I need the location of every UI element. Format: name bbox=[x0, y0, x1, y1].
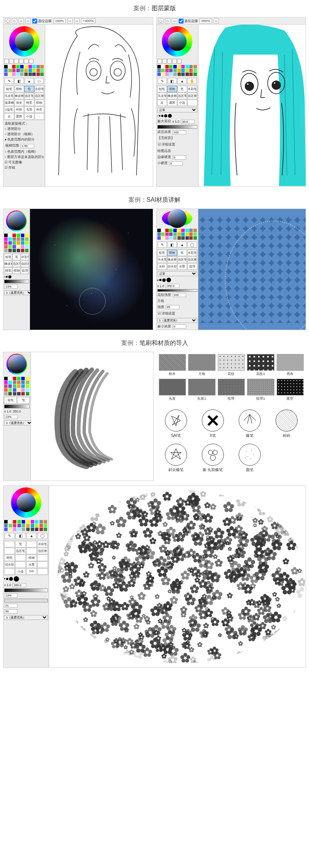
tool-icons[interactable]: ✎◧▲✋ bbox=[157, 77, 198, 85]
brush-grid[interactable]: 铅笔喷枪笔水彩笔 马克笔橡皮擦选区笔选区擦 水粉旧水彩水墨纹理 bbox=[157, 249, 198, 270]
mask-opt[interactable]: ○ 色差范围内（模糊） bbox=[5, 150, 44, 154]
texture-item[interactable]: 花纹 bbox=[218, 354, 245, 376]
hardness-input[interactable] bbox=[173, 155, 186, 160]
brush-grid[interactable]: 铅笔笔 bbox=[3, 396, 30, 404]
mask-opt[interactable]: ○ 透明部分（模糊） bbox=[5, 132, 44, 137]
texture-item[interactable]: 花纹1 bbox=[247, 354, 274, 376]
size-preview[interactable] bbox=[3, 275, 30, 279]
brush-tip[interactable]: 蝶笔 bbox=[234, 409, 265, 438]
color-wheel[interactable] bbox=[11, 487, 41, 518]
brush-tip[interactable]: 栗·丸双蝶笔 bbox=[197, 444, 228, 473]
quality-select[interactable]: 1（速度优先） bbox=[157, 318, 197, 323]
eraser-icon[interactable]: ◧ bbox=[14, 78, 24, 84]
mask-opt[interactable]: ○ 图层方谁是未选取的区域 bbox=[5, 155, 44, 160]
size-preview[interactable] bbox=[157, 113, 198, 119]
swatch-grid[interactable] bbox=[3, 233, 30, 253]
texture-item[interactable]: 星空 bbox=[277, 379, 304, 401]
toolbar-btn[interactable]: ▭ bbox=[67, 18, 73, 24]
color-wheel[interactable] bbox=[9, 26, 40, 57]
quality-select[interactable]: 1（速度优先） bbox=[4, 290, 33, 295]
size-preview[interactable] bbox=[157, 277, 198, 283]
detail-check[interactable]: ☑ 详细设置 bbox=[158, 311, 197, 316]
color-wheel[interactable] bbox=[162, 210, 192, 227]
canvas-pattern[interactable] bbox=[198, 209, 306, 330]
slider[interactable] bbox=[4, 405, 30, 408]
bucket-icon[interactable]: ▲ bbox=[177, 78, 187, 84]
toolbar-btn[interactable]: ▭ bbox=[74, 18, 79, 24]
brush-tip[interactable]: X笔 bbox=[197, 409, 228, 438]
swatch-grid[interactable] bbox=[3, 519, 49, 532]
texture-item[interactable]: 纹理 bbox=[218, 379, 245, 401]
detail-check[interactable]: ☑ 详细设置 bbox=[158, 142, 197, 147]
swatch-grid[interactable] bbox=[157, 64, 198, 77]
percent-input[interactable] bbox=[4, 609, 18, 613]
texture-item[interactable]: 柏木 bbox=[159, 354, 186, 376]
toolbar-btn[interactable]: ◯ bbox=[158, 18, 163, 24]
texture-item[interactable]: 纹理1 bbox=[247, 379, 274, 401]
toolbar-btn[interactable]: ▭ bbox=[172, 18, 177, 24]
toolbar-btn[interactable]: ▭ bbox=[214, 18, 219, 24]
toolbar-btn[interactable]: ▭ bbox=[25, 18, 31, 24]
zoom-display[interactable]: 200% bbox=[200, 18, 212, 24]
brush-grid[interactable]: 铅笔笔水彩笔 橡皮擦选区笔选区擦 蜡笔模糊纹理 bbox=[3, 253, 30, 275]
visible-check[interactable]: ☑ 可见图像 bbox=[5, 160, 44, 165]
toolbar-btn[interactable]: ▭ bbox=[165, 18, 170, 24]
select-icon[interactable]: ▭ bbox=[35, 78, 44, 84]
canvas-colored[interactable] bbox=[198, 25, 306, 187]
swatch-grid[interactable] bbox=[157, 228, 198, 240]
blend-mode-select[interactable]: 正常 bbox=[157, 271, 197, 276]
texture-item[interactable]: 画布 bbox=[277, 354, 304, 376]
eraser-icon[interactable]: ◧ bbox=[168, 78, 177, 84]
stabilizer-check[interactable]: 选位边缘 bbox=[179, 19, 198, 24]
size-input[interactable] bbox=[13, 583, 26, 587]
minhard-input[interactable] bbox=[169, 161, 183, 166]
color-wheel[interactable] bbox=[162, 26, 192, 57]
percent-input[interactable] bbox=[4, 593, 18, 598]
zoom-display[interactable]: 150% bbox=[53, 18, 66, 24]
density-input[interactable] bbox=[173, 130, 186, 134]
percent-input[interactable] bbox=[4, 285, 18, 289]
texture-item[interactable]: 头发 bbox=[159, 379, 186, 401]
bucket-icon[interactable]: ▲ bbox=[25, 78, 34, 84]
brush-grid[interactable]: 笔水彩笔 选区笔选区擦 蜡笔模糊 旧水彩水墨 小连SAI bbox=[3, 540, 49, 576]
size-input[interactable] bbox=[181, 120, 195, 124]
brush-tip[interactable]: 斜尖蝶笔 bbox=[160, 444, 192, 473]
color-mode-tabs[interactable] bbox=[157, 58, 198, 64]
toolbar-btn[interactable]: ▭ bbox=[19, 18, 24, 24]
size-slider[interactable] bbox=[157, 125, 197, 129]
tool-icons[interactable]: ✎◧▲◯ bbox=[3, 532, 49, 540]
percent-input[interactable] bbox=[4, 604, 18, 608]
mask-opt[interactable]: ● 色差范围内的部分 bbox=[5, 138, 44, 142]
brush-tip[interactable]: SAI笔 bbox=[160, 409, 192, 438]
stabilizer-check[interactable]: 选位边缘 bbox=[32, 19, 52, 24]
brush-grid[interactable]: 铅笔喷枪笔水彩笔 马克笔橡皮擦选区笔选区擦 点露茜小连… bbox=[157, 85, 198, 107]
quality-select[interactable]: 1（速度优先） bbox=[4, 421, 33, 425]
pencil-icon[interactable]: ✎ bbox=[158, 78, 167, 84]
pencil-icon[interactable]: ✎ bbox=[5, 78, 14, 84]
texstr-input[interactable] bbox=[173, 293, 186, 297]
size-preview[interactable] bbox=[3, 576, 49, 582]
texden-input[interactable] bbox=[166, 305, 179, 309]
swatch-grid[interactable] bbox=[3, 64, 45, 77]
brush-tip[interactable]: 粉砖 bbox=[271, 409, 302, 438]
brush-grid[interactable]: 铅笔喷枪笔水彩笔 马克笔橡皮擦选区笔选区擦 油漆桶渐变蜡笔模糊 2值笔和纸毛笔画… bbox=[3, 85, 45, 120]
texture-item[interactable]: 方格 bbox=[188, 354, 216, 376]
swatch-grid[interactable] bbox=[3, 376, 30, 396]
hand-icon[interactable]: ✋ bbox=[187, 78, 196, 84]
tool-icons[interactable]: ✎◧▲▭ bbox=[3, 77, 45, 85]
slider[interactable] bbox=[4, 599, 48, 602]
color-wheel[interactable] bbox=[6, 210, 27, 231]
slider[interactable] bbox=[157, 289, 197, 291]
canvas-lineart[interactable] bbox=[45, 25, 153, 187]
toolbar-btn[interactable]: ◯ bbox=[5, 18, 10, 24]
zoom-plus[interactable]: +400% bbox=[81, 18, 95, 24]
toolbar-btn[interactable]: ▭ bbox=[12, 18, 17, 24]
brush-tip[interactable]: 圆笔 bbox=[234, 444, 265, 473]
blend-mode-select[interactable]: 正常 bbox=[157, 108, 197, 112]
quality-select[interactable]: 1（速度优先） bbox=[4, 615, 48, 620]
canvas-brushstroke[interactable] bbox=[31, 352, 153, 481]
color-wheel[interactable] bbox=[6, 354, 27, 375]
size-input[interactable] bbox=[166, 284, 179, 288]
color-mode-tabs[interactable] bbox=[3, 58, 45, 64]
tool-icons[interactable]: ✎◧▲◯ bbox=[157, 240, 198, 249]
